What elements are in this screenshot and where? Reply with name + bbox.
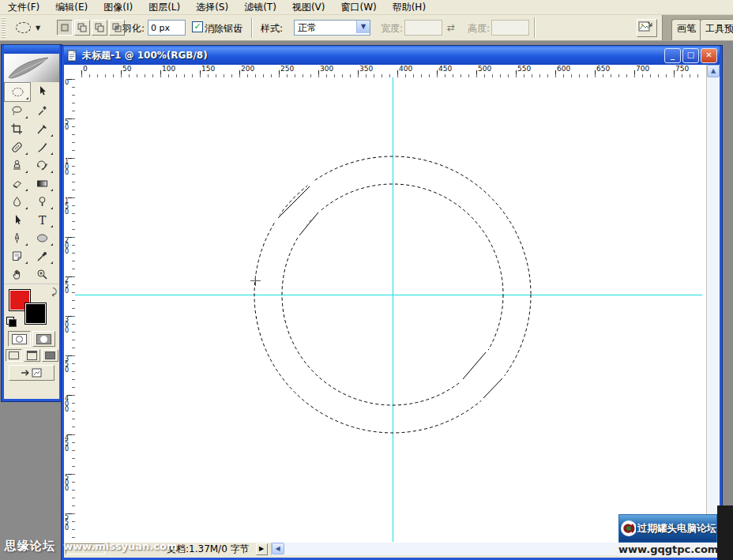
tool-magic-wand[interactable] [29, 102, 55, 120]
watermark-missyuan-title: 思缘论坛 [5, 539, 55, 553]
tool-preset-picker[interactable]: ▼ [11, 18, 44, 37]
menu-item-1[interactable]: 编辑(E) [47, 0, 96, 14]
tool-grid: T [4, 82, 59, 284]
background-color-swatch[interactable] [24, 303, 47, 325]
tool-type[interactable]: T [29, 211, 55, 229]
menu-item-5[interactable]: 滤镜(T) [236, 0, 284, 14]
tool-hand[interactable] [4, 265, 29, 284]
feather-icon [4, 54, 55, 82]
document-title-bar[interactable]: 未标题-1 @ 100%(RGB/8) _ □ ✕ [64, 46, 720, 65]
photoshop-feather-logo [4, 54, 59, 82]
tool-elliptical-marquee[interactable] [4, 82, 31, 102]
menu-item-2[interactable]: 图像(I) [96, 0, 141, 14]
menu-item-7[interactable]: 窗口(W) [333, 0, 384, 14]
fullscreen-button[interactable] [42, 349, 58, 362]
vertical-scrollbar[interactable]: ▲ ▼ [706, 65, 720, 543]
horizontal-ruler[interactable]: 0501001502002503003504004505005506006507… [75, 65, 702, 78]
menu-item-6[interactable]: 视图(V) [284, 0, 333, 14]
document-title: 未标题-1 @ 100%(RGB/8) [82, 49, 663, 62]
hand-icon [10, 268, 24, 281]
ruler-h-label: 0 [83, 65, 88, 73]
tool-blur[interactable] [4, 193, 29, 211]
close-button[interactable]: ✕ [701, 48, 717, 63]
menu-item-8[interactable]: 帮助(H) [385, 0, 434, 14]
swap-colors-icon[interactable]: ⤸ [51, 287, 57, 297]
menu-bar: 文件(F)编辑(E)图像(I)图层(L)选择(S)滤镜(T)视图(V)窗口(W)… [0, 0, 733, 15]
new-selection-icon [59, 22, 70, 33]
tool-brush[interactable] [29, 138, 55, 156]
quick-mask-mode-button[interactable] [32, 331, 55, 347]
tool-clone-stamp[interactable] [4, 156, 29, 175]
tool-notes[interactable] [4, 247, 29, 265]
style-dropdown[interactable]: 正常 ▼ [294, 20, 370, 36]
standard-mode-button[interactable] [8, 331, 31, 347]
tool-lasso[interactable] [4, 102, 29, 120]
feather-input[interactable] [148, 20, 186, 36]
chevron-down-icon[interactable]: ▼ [356, 21, 370, 33]
file-browser-button[interactable] [637, 19, 657, 37]
swap-dimensions-icon[interactable]: ⇄ [447, 22, 455, 33]
separator [534, 17, 535, 38]
new-selection-button[interactable] [57, 20, 73, 36]
chevron-down-icon: ▼ [36, 24, 40, 32]
tool-crop[interactable] [4, 120, 29, 138]
slice-icon [36, 122, 49, 136]
ruler-h-label: 700 [636, 65, 649, 73]
ruler-h-label: 400 [399, 65, 412, 73]
minimize-button[interactable]: _ [664, 48, 681, 63]
ruler-h-label: 300 [320, 65, 333, 73]
height-input[interactable] [491, 20, 529, 36]
tool-shape[interactable] [29, 229, 55, 247]
menu-item-4[interactable]: 选择(S) [188, 0, 236, 14]
document-icon [66, 50, 78, 62]
color-swatches: ⤸ [4, 285, 59, 329]
tool-eyedropper[interactable] [29, 247, 55, 265]
tab-brushes[interactable]: 画笔 [671, 19, 701, 40]
standard-screen-button[interactable] [6, 349, 22, 362]
ruler-corner[interactable] [64, 65, 76, 78]
toolbox-title-bar[interactable] [4, 45, 59, 54]
tool-pen[interactable] [4, 229, 29, 247]
tool-dodge[interactable] [29, 193, 55, 211]
toolbar-grip[interactable] [2, 17, 6, 38]
move-icon [36, 85, 49, 98]
elliptical-marquee-icon [11, 85, 24, 99]
ruler-v-label: 1 5 0 [65, 198, 69, 215]
tool-gradient[interactable] [29, 175, 55, 193]
canvas[interactable] [75, 77, 702, 543]
add-selection-button[interactable] [74, 20, 90, 36]
ruler-h-label: 50 [122, 65, 131, 73]
scroll-left-icon[interactable]: ◀ [272, 543, 284, 554]
antialias-checkbox[interactable]: ✓ [192, 21, 203, 32]
vertical-ruler[interactable]: 05 01 0 01 5 02 0 02 5 03 0 03 5 04 0 04… [64, 77, 76, 543]
zoom-icon [36, 268, 49, 281]
status-menu-button[interactable]: ▶ [256, 543, 268, 555]
ruler-h-label: 600 [557, 65, 570, 73]
tab-tool-presets[interactable]: 工具预设 [700, 19, 733, 40]
crop-icon [10, 122, 24, 136]
fullscreen-menu-button[interactable] [24, 349, 40, 362]
watermark-gqgtpc-title: 过期罐头电脑论坛 [637, 522, 716, 536]
tool-slice[interactable] [29, 120, 55, 138]
crosshair-cursor [250, 276, 261, 286]
tool-zoom[interactable] [29, 265, 55, 284]
subtract-selection-button[interactable] [92, 20, 107, 36]
menu-item-0[interactable]: 文件(F) [0, 0, 47, 14]
menu-item-3[interactable]: 图层(L) [141, 0, 188, 14]
ruler-h-label: 450 [438, 65, 452, 73]
dark-corner [717, 506, 733, 560]
ruler-v-label: 0 [65, 80, 69, 85]
width-input[interactable] [404, 20, 442, 36]
tool-healing-brush[interactable] [4, 138, 29, 156]
clone-stamp-icon [10, 159, 24, 172]
tool-history-brush[interactable] [29, 156, 55, 175]
tool-move[interactable] [29, 82, 55, 100]
maximize-button[interactable]: □ [682, 48, 699, 63]
jump-to-imageready-button[interactable] [9, 365, 55, 381]
tool-eraser[interactable] [4, 175, 29, 193]
default-colors-icon[interactable] [6, 317, 17, 327]
tool-path-selection[interactable] [4, 211, 29, 229]
style-label: 样式: [261, 22, 283, 36]
scroll-up-icon[interactable]: ▲ [707, 65, 720, 77]
width-label: 宽度: [381, 22, 403, 36]
